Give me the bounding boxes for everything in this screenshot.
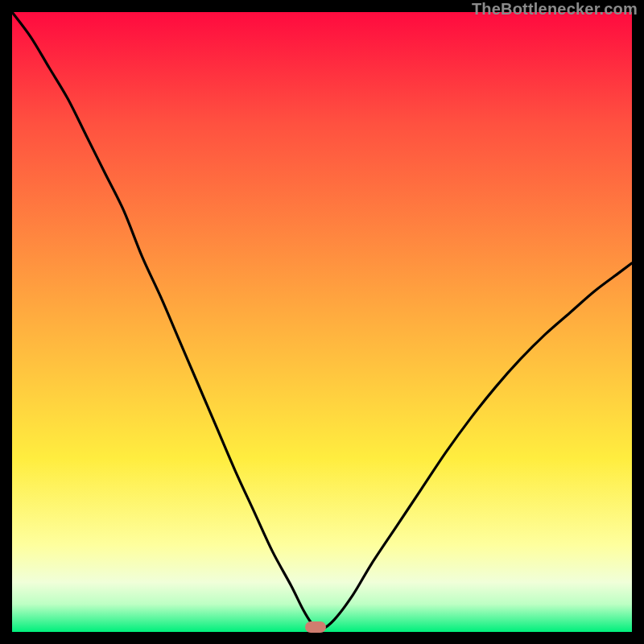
bottleneck-minimum-marker bbox=[305, 621, 326, 633]
chart-frame: TheBottlenecker.com bbox=[0, 0, 644, 644]
bottleneck-curve bbox=[12, 12, 632, 632]
